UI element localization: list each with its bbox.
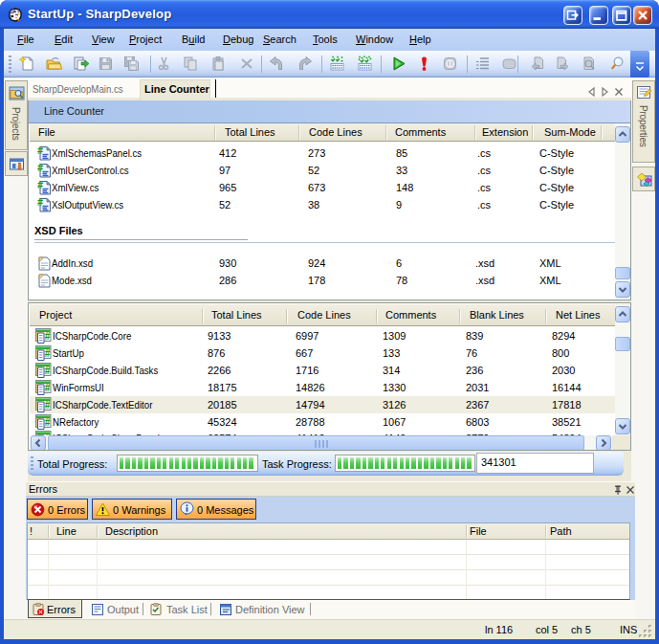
svg-text:#: # xyxy=(45,417,51,428)
svg-text:#: # xyxy=(37,145,43,156)
svg-text:#: # xyxy=(45,366,51,376)
svg-text:#: # xyxy=(37,197,43,208)
svg-text:#: # xyxy=(45,400,51,411)
svg-text:#: # xyxy=(45,383,51,393)
svg-text:#: # xyxy=(37,163,43,173)
svg-text:#: # xyxy=(37,180,43,190)
svg-text:#: # xyxy=(45,331,51,342)
svg-text:#: # xyxy=(45,348,51,359)
